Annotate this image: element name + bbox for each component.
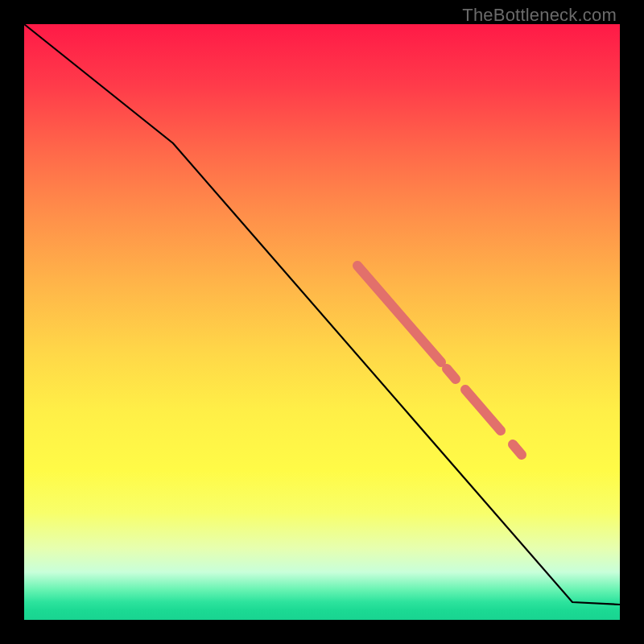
highlight-segment bbox=[465, 390, 501, 431]
chart-svg bbox=[24, 24, 620, 620]
highlight-segment bbox=[447, 369, 456, 379]
watermark-text: TheBottleneck.com bbox=[462, 5, 617, 26]
plot-area bbox=[24, 24, 620, 620]
highlight-segment bbox=[357, 266, 441, 362]
chart-line bbox=[24, 24, 620, 605]
chart-stage: TheBottleneck.com bbox=[0, 0, 644, 644]
highlight-segment bbox=[513, 444, 522, 455]
chart-highlight-group bbox=[357, 266, 522, 455]
